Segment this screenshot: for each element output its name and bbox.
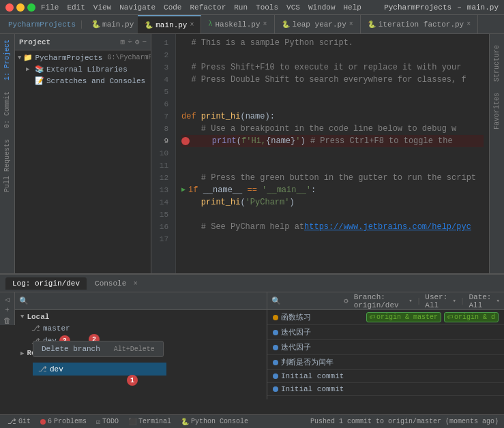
line-15: 15 <box>151 209 173 221</box>
panel-settings-icon[interactable]: ÷ <box>128 37 132 46</box>
menu-file[interactable]: File <box>41 3 59 12</box>
commit-4[interactable]: 判断是否为闰年 <box>267 355 504 370</box>
status-git[interactable]: ⎇ Git <box>5 417 33 426</box>
commit-msg-3: 迭代因子 <box>281 342 499 352</box>
tree-root[interactable]: ▼ 📁 PycharmProjects G:\PycharmProjects <box>15 52 151 63</box>
python-console-icon: 🐍 <box>181 418 189 426</box>
git-branch-status-icon: ⎇ <box>8 417 16 426</box>
line-14: 14 <box>151 196 173 209</box>
editor-tabs: 🐍 main.py × λ Haskell.py × 🐍 leap year.p… <box>138 15 478 33</box>
commit-dot-4 <box>273 360 278 365</box>
close-tab-iteration[interactable]: × <box>466 20 471 28</box>
tab-leapyear-icon: 🐍 <box>282 20 290 29</box>
status-todo[interactable]: ☑ TODO <box>94 418 121 426</box>
todo-icon: ☑ <box>96 418 100 426</box>
tree-external-libs[interactable]: ▶ 📚 External Libraries <box>15 63 151 75</box>
vtab-structure[interactable]: Structure <box>492 40 502 87</box>
tab-main-icon: 🐍 <box>145 21 153 29</box>
close-tab-haskell[interactable]: × <box>263 20 267 28</box>
tab-leapyear-py[interactable]: 🐍 leap year.py × <box>275 15 361 33</box>
git-delete-icon[interactable]: 🗑 <box>3 316 11 325</box>
menu-navigate[interactable]: Navigate <box>119 3 155 12</box>
menu-code[interactable]: Code <box>164 3 181 12</box>
code-line-15 <box>181 209 484 221</box>
status-terminal[interactable]: ⬛ Terminal <box>126 418 173 426</box>
status-bar: ⎇ Git 6 Problems ☑ TODO ⬛ Terminal 🐍 Pyt… <box>0 414 504 428</box>
commit-1[interactable]: 函数练习 🏷 origin & master 🏷 origin & d <box>267 310 504 325</box>
bottom-panel: Log: origin/dev Console × ◁ + 🗑 🔍 ▼ <box>0 273 504 399</box>
status-python-console[interactable]: 🐍 Python Console <box>179 418 250 426</box>
project-breadcrumb[interactable]: PycharmProjects <box>3 20 82 29</box>
date-filter-arrow: ▾ <box>496 297 500 305</box>
settings-icon[interactable]: ⚙ <box>344 296 349 305</box>
branch-filter[interactable]: Branch: origin/dev ▾ <box>354 293 413 309</box>
panel-header: Project ⊞ ÷ ⚙ − <box>15 34 151 50</box>
commit-7[interactable]: 打印九九乘法表 <box>267 396 504 399</box>
commit-3[interactable]: 迭代因子 <box>267 340 504 355</box>
date-filter[interactable]: Date: All ▾ <box>469 293 500 309</box>
git-commits-list: 函数练习 🏷 origin & master 🏷 origin & d 迭代因子 <box>267 310 504 399</box>
git-branch-master[interactable]: ⎇ master <box>15 322 267 334</box>
menu-window[interactable]: Window <box>308 3 336 12</box>
tab-console[interactable]: Console × <box>88 277 145 290</box>
git-collapse-icon[interactable]: ◁ <box>5 295 10 304</box>
close-console-tab[interactable]: × <box>134 280 138 288</box>
git-local-header[interactable]: ▼ Local <box>15 311 267 322</box>
close-window-icon[interactable] <box>5 3 14 12</box>
menu-run[interactable]: Run <box>234 3 248 12</box>
status-problems[interactable]: 6 Problems <box>38 418 89 425</box>
scratch-label: Scratches and Consoles <box>46 77 145 85</box>
right-sidebar-tabs: Structure Favorites <box>489 34 504 273</box>
vtab-project[interactable]: 1: Project <box>1 34 13 86</box>
file-icon-main: 🐍 <box>91 20 101 29</box>
commit-msg-1: 函数练习 <box>281 312 364 322</box>
vtab-favorites[interactable]: Favorites <box>492 87 502 135</box>
vtab-pull[interactable]: Pull Requests <box>1 134 13 198</box>
code-line-14: print_hi('PyCharm') <box>181 196 484 209</box>
root-label: PycharmProjects <box>35 54 102 62</box>
code-line-17 <box>181 233 484 245</box>
code-line-16: # See PyCharm help at https://www.jetbra… <box>181 221 484 233</box>
tab-haskell-py[interactable]: λ Haskell.py × <box>201 15 274 33</box>
tab-main-py[interactable]: 🐍 main.py × <box>138 15 201 33</box>
vtab-commit[interactable]: 0: Commit <box>1 86 13 134</box>
code-line-8: # Use a breakpoint in the code line belo… <box>181 123 484 135</box>
menu-help[interactable]: Help <box>344 3 361 12</box>
maximize-window-icon[interactable] <box>27 3 35 12</box>
tab-git-log[interactable]: Log: origin/dev <box>5 277 87 290</box>
git-right-panel: 🔍 ⚙ Branch: origin/dev ▾ | User: All ▾ | <box>267 292 504 399</box>
code-line-5 <box>181 86 484 98</box>
commit-msg-7: 打印九九乘法表 <box>281 398 499 399</box>
title-separator: – <box>457 3 462 12</box>
panel-scope-icon[interactable]: ⊞ <box>121 37 125 46</box>
menu-tools[interactable]: Tools <box>256 3 278 12</box>
menu-edit[interactable]: Edit <box>67 3 85 12</box>
line-5: 5 <box>151 86 173 98</box>
panel-close-icon[interactable]: − <box>142 37 147 46</box>
line-numbers: 1 2 3 4 5 6 7 8 9 10 11 12 13 14 15 16 1… <box>151 34 176 273</box>
line-11: 11 <box>151 159 173 172</box>
commit-5[interactable]: Initial commit <box>267 370 504 383</box>
user-filter[interactable]: User: All ▾ <box>425 293 456 309</box>
code-line-3: # Press Shift+F10 to execute it or repla… <box>181 61 484 74</box>
git-right-search-input[interactable] <box>284 297 338 305</box>
panel-gear-icon[interactable]: ⚙ <box>135 37 140 46</box>
selected-branch-row[interactable]: ⎇ dev <box>33 363 166 376</box>
commit-6[interactable]: Initial commit <box>267 383 504 396</box>
git-add-icon[interactable]: + <box>5 306 10 314</box>
tab-iteration-py[interactable]: 🐍 iteration factor.py × <box>361 15 478 33</box>
minimize-window-icon[interactable] <box>16 3 25 12</box>
menu-vcs[interactable]: VCS <box>286 3 300 12</box>
menu-view[interactable]: View <box>93 3 111 12</box>
close-tab-leapyear[interactable]: × <box>349 20 353 28</box>
close-tab-main[interactable]: × <box>190 21 194 29</box>
menu-refactor[interactable]: Refactor <box>190 3 226 12</box>
delete-branch-menu-item[interactable]: Delete branch Alt+Delete <box>33 341 163 356</box>
tag-arrow-1b: 🏷 <box>447 314 453 320</box>
code-line-11 <box>181 159 484 172</box>
git-search-input[interactable] <box>31 297 263 305</box>
commit-2[interactable]: 迭代因子 <box>267 325 504 340</box>
remote-arrow-icon: ▶ <box>20 350 24 357</box>
tree-scratches[interactable]: 📝 Scratches and Consoles <box>15 75 151 87</box>
code-editor[interactable]: 1 2 3 4 5 6 7 8 9 10 11 12 13 14 15 16 1… <box>151 34 489 273</box>
